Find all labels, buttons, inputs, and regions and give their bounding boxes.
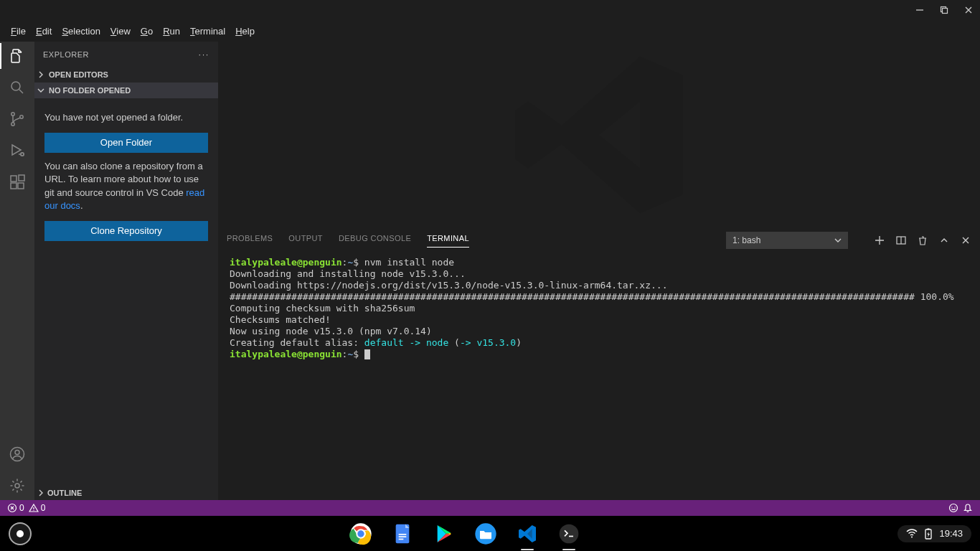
svg-rect-8 (11, 183, 17, 189)
activity-bar (0, 42, 34, 500)
close-panel-icon[interactable] (960, 235, 971, 246)
no-folder-message: You have not yet opened a folder. (44, 111, 208, 124)
menu-terminal[interactable]: Terminal (185, 23, 230, 39)
chromeos-shelf: 19:43 (0, 516, 980, 551)
svg-point-6 (21, 153, 24, 156)
minimize-button[interactable] (914, 4, 925, 16)
menu-edit[interactable]: Edit (31, 23, 57, 39)
svg-point-19 (954, 507, 955, 507)
svg-point-21 (357, 530, 364, 537)
search-icon[interactable] (9, 79, 26, 96)
terminal-app-icon[interactable] (556, 521, 582, 547)
new-terminal-icon[interactable] (874, 235, 885, 246)
menu-run[interactable]: Run (158, 23, 185, 39)
extensions-icon[interactable] (9, 174, 26, 191)
tab-terminal[interactable]: TERMINAL (427, 234, 469, 248)
outline-label: OUTLINE (47, 489, 82, 497)
chevron-down-icon (37, 87, 46, 94)
status-notifications[interactable] (963, 503, 973, 513)
terminal-output[interactable]: italypaleale@penguin:~$ nvm install node… (218, 253, 980, 500)
docs-app-icon[interactable] (390, 521, 415, 547)
svg-rect-7 (11, 176, 17, 182)
clone-repo-button[interactable]: Clone Repository (44, 221, 208, 241)
warning-icon (29, 503, 39, 513)
window-titlebar (0, 0, 980, 20)
files-app-icon[interactable] (473, 521, 499, 547)
terminal-selector[interactable]: 1: bash (726, 232, 848, 249)
open-folder-button[interactable]: Open Folder (44, 133, 208, 153)
feedback-icon (948, 503, 958, 513)
svg-rect-9 (18, 183, 24, 189)
explorer-sidebar: EXPLORER ··· OPEN EDITORS NO FOLDER OPEN… (34, 42, 218, 500)
clone-message: You can also clone a repository from a U… (44, 160, 208, 212)
source-control-icon[interactable] (9, 110, 26, 128)
more-actions-icon[interactable]: ··· (199, 50, 209, 59)
svg-point-17 (950, 504, 958, 512)
launcher-button[interactable] (9, 522, 32, 545)
explorer-title: EXPLORER (43, 50, 89, 59)
chevron-right-icon (37, 71, 46, 78)
svg-point-3 (11, 113, 14, 116)
explorer-icon[interactable] (9, 47, 26, 65)
menu-go[interactable]: Go (136, 23, 158, 39)
chevron-down-icon (834, 237, 842, 244)
svg-point-5 (20, 116, 23, 118)
svg-point-18 (951, 507, 952, 507)
svg-rect-29 (569, 535, 573, 537)
terminal-cursor (364, 349, 370, 359)
chevron-right-icon (37, 489, 44, 496)
split-terminal-icon[interactable] (895, 235, 907, 246)
svg-point-4 (11, 123, 14, 126)
svg-rect-26 (398, 538, 403, 540)
status-errors[interactable]: 0 (7, 503, 24, 513)
tab-problems[interactable]: PROBLEMS (227, 234, 273, 247)
svg-rect-24 (398, 534, 406, 535)
battery-icon (925, 528, 932, 540)
vscode-app-icon[interactable] (514, 521, 540, 547)
system-tray[interactable]: 19:43 (897, 525, 971, 542)
error-icon (7, 503, 17, 513)
menu-bar: File Edit Selection View Go Run Terminal… (0, 20, 980, 42)
bottom-panel: PROBLEMS OUTPUT DEBUG CONSOLE TERMINAL 1… (218, 228, 980, 500)
settings-gear-icon[interactable] (9, 477, 26, 494)
svg-point-16 (33, 510, 34, 511)
svg-point-12 (15, 451, 19, 455)
vscode-logo-watermark (506, 42, 692, 228)
wifi-icon (906, 528, 918, 540)
tab-output[interactable]: OUTPUT (288, 234, 323, 247)
close-button[interactable] (963, 4, 974, 16)
outline-section[interactable]: OUTLINE (34, 484, 218, 500)
menu-file[interactable]: File (6, 23, 31, 39)
no-folder-section[interactable]: NO FOLDER OPENED (34, 83, 218, 98)
svg-rect-1 (943, 9, 948, 14)
run-debug-icon[interactable] (9, 142, 26, 159)
menu-help[interactable]: Help (230, 23, 260, 39)
svg-rect-10 (19, 175, 24, 181)
open-editors-section[interactable]: OPEN EDITORS (34, 67, 218, 83)
tab-debug-console[interactable]: DEBUG CONSOLE (339, 234, 411, 247)
svg-point-28 (559, 524, 578, 543)
accounts-icon[interactable] (9, 446, 26, 463)
svg-point-13 (15, 484, 19, 488)
open-editors-label: OPEN EDITORS (49, 70, 108, 79)
svg-rect-25 (398, 536, 406, 537)
chrome-app-icon[interactable] (348, 521, 374, 547)
svg-point-30 (911, 536, 913, 537)
maximize-button[interactable] (938, 4, 950, 16)
kill-terminal-icon[interactable] (917, 235, 928, 246)
no-folder-label: NO FOLDER OPENED (49, 86, 131, 95)
menu-selection[interactable]: Selection (57, 23, 105, 39)
status-warnings[interactable]: 0 (29, 503, 46, 513)
maximize-panel-icon[interactable] (938, 235, 950, 246)
status-feedback[interactable] (948, 503, 958, 513)
status-bar: 0 0 (0, 500, 980, 516)
svg-rect-32 (928, 528, 930, 529)
menu-view[interactable]: View (105, 23, 136, 39)
bell-icon (963, 503, 973, 513)
clock: 19:43 (939, 528, 963, 539)
editor-empty-state (218, 42, 980, 228)
terminal-selector-label: 1: bash (732, 235, 760, 245)
svg-point-2 (11, 82, 20, 90)
play-store-app-icon[interactable] (431, 521, 457, 547)
